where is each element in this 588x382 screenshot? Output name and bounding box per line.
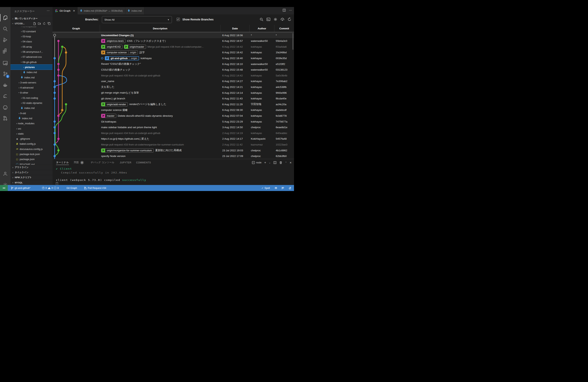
notifications-status[interactable] <box>289 185 291 191</box>
branch-status[interactable]: git-and-github* <box>11 185 30 191</box>
tree-file-index-md[interactable]: index.md <box>10 75 53 80</box>
new-folder-icon[interactable] <box>38 22 41 25</box>
gear-icon[interactable] <box>273 18 277 21</box>
show-remote-checkbox[interactable]: ✓ <box>177 18 180 21</box>
panel-tab-1[interactable]: 問題8 <box>74 159 84 166</box>
gitgraph-status[interactable]: Git Graph <box>66 185 77 191</box>
split-terminal-icon[interactable] <box>273 161 276 164</box>
panel-tab-2[interactable]: デバッグ コンソール <box>91 159 114 166</box>
tree-folder-01-not-coding[interactable]: ›01-not-coding <box>10 95 53 100</box>
tree-folder-04-class[interactable]: ›04-class <box>10 39 53 44</box>
feedback-status[interactable] <box>281 185 284 191</box>
tree-folder-3-web-servers[interactable]: ›3-web-servers <box>10 80 53 85</box>
branch-label[interactable]: origin/master <box>124 45 146 49</box>
fetch-cloud-icon[interactable] <box>281 18 284 21</box>
pull-request-status[interactable]: Pull Request #34 <box>84 185 106 191</box>
tree-file-index-md[interactable]: index.md <box>10 106 53 111</box>
project-section-header[interactable]: › UTCOD... <box>10 21 53 26</box>
activity-search-icon[interactable] <box>0 24 10 34</box>
terminal-icon[interactable] <box>267 18 270 21</box>
tree-folder-node-modules[interactable]: ›node_modules <box>10 121 53 126</box>
refresh-icon[interactable] <box>288 18 291 21</box>
col-header-commit[interactable]: Commit <box>274 25 294 32</box>
tab-index-md-2[interactable]: index.md <box>125 7 144 14</box>
search-icon[interactable] <box>260 18 263 21</box>
activity-remote-explorer-icon[interactable] <box>0 58 10 68</box>
tree-folder-8-other[interactable]: ›8-other <box>10 90 53 95</box>
col-header-graph[interactable]: Graph <box>53 25 100 32</box>
panel-tab-4[interactable]: COMMENTS <box>136 159 151 166</box>
scrollbar-thumb[interactable] <box>293 33 294 50</box>
tree-file-index-md[interactable]: index.md <box>10 116 53 121</box>
show-remote-label[interactable]: Show Remote Branches <box>182 18 213 21</box>
section-3[interactable]: ›MYSQL <box>10 180 53 185</box>
tree-folder-02-static-dynamic[interactable]: ›02-static-dynamic <box>10 101 53 106</box>
tree-folder-9-old[interactable]: ›9-old <box>10 111 53 116</box>
panel-tab-0[interactable]: ターミナル <box>56 159 69 166</box>
activity-pull-requests-icon[interactable] <box>0 113 10 123</box>
tree-file-docusaurus-config-js[interactable]: JSdocusaurus.config.js <box>10 147 53 151</box>
tree-folder-08-git-github[interactable]: ›08-git-github <box>10 60 53 64</box>
tree-folder-static[interactable]: ›static <box>10 131 53 136</box>
tree-folder-pictures[interactable]: ›pictures <box>10 64 53 70</box>
tree-folder-05-array[interactable]: ›05-array <box>10 44 53 49</box>
branch-label[interactable]: origin/add-render <box>101 102 128 106</box>
tree-file-package-json[interactable]: { }package.json <box>10 157 53 162</box>
remote-indicator[interactable]: >< <box>0 185 8 191</box>
open-editors-section[interactable]: › 開いているエディター <box>10 16 53 21</box>
close-icon[interactable]: ✕ <box>73 9 75 12</box>
maximize-panel-icon[interactable]: ⌃ <box>285 161 287 164</box>
spell-status[interactable]: ✓ Spell <box>262 185 270 191</box>
tree-file-index-md[interactable]: index.md <box>10 70 53 75</box>
tree-file-package-lock-json[interactable]: { }package-lock.json <box>10 152 53 157</box>
more-editor-actions-icon[interactable]: ⋯ <box>289 9 292 12</box>
branch-label[interactable]: origin/css-test1 <box>101 39 126 43</box>
terminal-dropdown-icon[interactable]: ⌄ <box>269 161 271 164</box>
tab-git-graph[interactable]: Git Graph✕ <box>53 7 78 14</box>
branch-label[interactable]: master <box>101 114 116 118</box>
trash-icon[interactable] <box>279 161 282 164</box>
collapse-all-icon[interactable] <box>48 22 51 25</box>
close-panel-icon[interactable]: ✕ <box>290 161 292 164</box>
branch-label[interactable]: origin/reorganize-for-summer-curriculum <box>101 149 154 152</box>
panel-tab-3[interactable]: JUPYTER <box>120 159 131 166</box>
activity-run-debug-icon[interactable] <box>0 35 10 45</box>
activity-extensions-icon[interactable] <box>0 46 10 56</box>
col-header-description[interactable]: Description <box>100 25 220 32</box>
section-2[interactable]: ›NPM スクリプト <box>10 175 53 180</box>
copilot-status[interactable] <box>274 185 277 191</box>
activity-docker-icon[interactable] <box>0 80 10 90</box>
tree-folder-07-advanced-css[interactable]: ›07-advanced-css <box>10 54 53 60</box>
more-actions-icon[interactable]: ⋯ <box>47 9 50 12</box>
tab-index-md-1[interactable]: index.md (003fe35d^ ↔ 003fe35d) <box>78 7 125 14</box>
activity-explorer-icon[interactable] <box>0 13 10 22</box>
tree-folder-4-advanced[interactable]: ›4-advanced <box>10 85 53 90</box>
tree-file-readme-md[interactable]: iREADME.md <box>10 162 53 165</box>
tree-folder-01-inspector[interactable]: ›01-inspector <box>10 26 53 29</box>
refresh-icon[interactable] <box>43 22 46 25</box>
tree-file--gitignore[interactable]: ◆.gitignore <box>10 136 53 141</box>
new-file-icon[interactable] <box>33 22 36 25</box>
branch-label[interactable]: git-and-githuborigin <box>105 56 139 60</box>
activity-github-icon[interactable] <box>0 103 10 112</box>
activity-source-control-icon[interactable]: 1 <box>0 69 10 79</box>
section-1[interactable]: ›タイムライン <box>10 170 53 175</box>
col-header-date[interactable]: Date <box>220 25 250 32</box>
tree-folder-06-anonymous-f-[interactable]: ›06-anonymous-f... <box>10 49 53 54</box>
tree-folder-src[interactable]: ›src <box>10 126 53 131</box>
tree-folder-03-loop[interactable]: ›03-loop <box>10 34 53 39</box>
activity-gitlens-icon[interactable] <box>0 91 10 101</box>
new-terminal-icon[interactable]: + <box>264 161 266 165</box>
section-0[interactable]: ›アウトライン <box>10 165 53 170</box>
branch-label[interactable]: origin/HEAD <box>101 45 123 49</box>
split-editor-icon[interactable] <box>283 9 286 12</box>
tree-folder-02-constant[interactable]: ›02-constant <box>10 29 53 34</box>
col-header-author[interactable]: Author <box>250 25 274 32</box>
problems-status[interactable]: ✕ 0 0 i 8 <box>42 185 59 191</box>
activity-account-icon[interactable] <box>0 169 10 179</box>
branches-dropdown[interactable]: Show All ▼ <box>102 16 172 23</box>
branch-label[interactable]: computer-scienceorigin <box>101 50 138 54</box>
commit-hash: 5a0c9b4b <box>276 73 293 78</box>
shell-selector[interactable]: node <box>252 161 262 164</box>
tree-file-babel-config-js[interactable]: Bbabel.config.js <box>10 141 53 147</box>
